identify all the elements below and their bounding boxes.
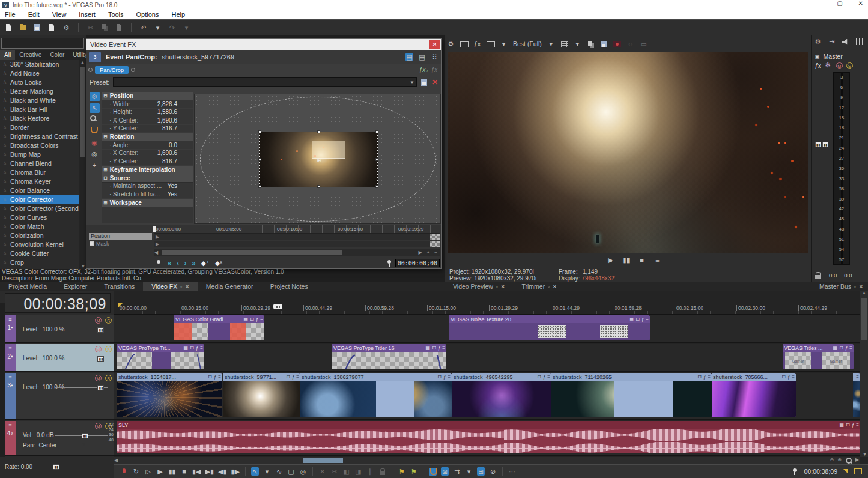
track-menu-icon[interactable]: ≡: [8, 374, 11, 380]
tab-explorer[interactable]: Explorer: [55, 282, 96, 291]
zoom-out-icon[interactable]: ⊖: [830, 457, 834, 464]
menu-view[interactable]: View: [52, 11, 67, 18]
solo-button[interactable]: S: [105, 346, 112, 352]
fx-icon[interactable]: ƒ: [845, 345, 848, 351]
next-frame-icon[interactable]: ▮▶: [231, 467, 240, 476]
mute-button[interactable]: M: [95, 423, 102, 429]
fx-item[interactable]: ☆Colorization: [0, 231, 79, 240]
fx-item[interactable]: ☆Convolution Kernel: [0, 240, 79, 249]
tab-trimmer[interactable]: Trimmer▫✕: [513, 282, 565, 291]
crop-icon[interactable]: ⊡: [208, 374, 212, 380]
preferences-icon[interactable]: ⚙: [62, 23, 70, 32]
redo-icon[interactable]: ↷: [168, 23, 176, 32]
clip-shutterstock_711420265[interactable]: shutterstock_711420265⊡ƒ≡: [551, 373, 712, 417]
clip-VEGAS Noise Texture 20[interactable]: VEGAS Noise Texture 20▦⊡ƒ≡: [449, 315, 650, 340]
icon-b-icon[interactable]: ▭: [640, 40, 648, 48]
zoom-edit-tool-icon[interactable]: ◎: [299, 467, 307, 476]
preset-dropdown[interactable]: ▼: [113, 77, 417, 87]
star-icon[interactable]: ☆: [2, 60, 7, 69]
tab-project-notes[interactable]: Project Notes: [262, 282, 317, 291]
ruler-tick[interactable]: 00:02:15:00: [675, 305, 703, 311]
generated-media-icon[interactable]: ▦: [184, 345, 189, 351]
clip-shutterstock_705666...[interactable]: shutterstock_705666...⊡ƒ≡: [712, 373, 796, 417]
star-icon[interactable]: ☆: [2, 69, 7, 78]
more-tools-icon[interactable]: ⋯: [508, 467, 516, 476]
fx-item[interactable]: ☆Channel Blend: [0, 159, 79, 168]
fx-item[interactable]: ☆Color Corrector (Secondary): [0, 204, 79, 213]
preview-quality-value[interactable]: Best (Full): [513, 40, 542, 47]
fx-icon[interactable]: ƒ: [852, 422, 854, 428]
ruler-tick[interactable]: 00:01:15:00: [427, 305, 456, 311]
close-tab-icon[interactable]: ✕: [859, 284, 863, 289]
event-menu-icon[interactable]: ≡: [442, 345, 445, 351]
crop-handle[interactable]: [375, 185, 378, 188]
menu-options[interactable]: Options: [136, 11, 159, 18]
close-button[interactable]: ✕: [858, 0, 863, 7]
maximize-button[interactable]: ▢: [837, 0, 842, 7]
new-project-icon[interactable]: [5, 23, 13, 31]
property-value[interactable]: 2,826.4: [157, 101, 177, 107]
layout-grid-icon[interactable]: ⠿: [431, 53, 439, 61]
fx-item[interactable]: ☆Crop: [0, 258, 79, 267]
trim-start-icon[interactable]: ◧: [342, 467, 350, 476]
crop-icon[interactable]: ⊡: [250, 316, 254, 322]
float-icon[interactable]: ▫: [548, 284, 550, 289]
normal-edit-tool-icon[interactable]: ↖: [251, 467, 259, 476]
fx-tab-color[interactable]: Color: [46, 50, 68, 60]
fx-tab-all[interactable]: All: [0, 50, 15, 60]
external-monitor-icon[interactable]: [460, 40, 468, 48]
previous-keyframe-button[interactable]: ‹: [177, 259, 179, 267]
fx-item[interactable]: ☆360° Stabilization: [0, 60, 79, 69]
master-fader-handles[interactable]: ▮▮▮▮: [815, 142, 828, 147]
param-value[interactable]: 0.0 dB: [37, 432, 54, 438]
insert-region-icon[interactable]: ⚑: [410, 467, 417, 476]
slider-handle[interactable]: ▮▮: [97, 327, 104, 333]
clip-shutterstock_496542295[interactable]: shutterstock_496542295⊡ƒ≡: [452, 373, 551, 417]
cut-icon[interactable]: ✂: [86, 23, 94, 32]
zoom-tool-icon[interactable]: [90, 115, 100, 124]
loop-playback-icon[interactable]: ↻: [132, 467, 140, 476]
slider-handle[interactable]: ▮▮: [82, 433, 88, 438]
crop-handle[interactable]: [375, 130, 378, 133]
envelope-edit-tool-icon[interactable]: ∿: [275, 467, 283, 476]
event-menu-icon[interactable]: ≡: [856, 422, 859, 428]
track-2-lane[interactable]: VEGAS ProType Tit...▦⊡ƒ≡VEGAS ProType Ti…: [114, 344, 860, 372]
previous-frame-icon[interactable]: ◀▮: [218, 467, 227, 476]
crop-icon[interactable]: ⊡: [839, 345, 843, 351]
ruler-tick[interactable]: 00:01:59:28: [613, 305, 642, 311]
timeline-v-scrollbar[interactable]: ▲▼: [860, 291, 868, 457]
insert-keyframe-button[interactable]: ◆⁺: [201, 259, 210, 267]
ruler-tick[interactable]: 00:00:44:29: [303, 305, 332, 311]
fx-item[interactable]: ☆Bump Map: [0, 150, 79, 159]
property-value[interactable]: 1,580.6: [157, 109, 177, 115]
float-icon[interactable]: ▫: [496, 284, 498, 289]
property-group-header[interactable]: ⊞Workspace: [102, 199, 193, 207]
fx-icon[interactable]: ƒ: [443, 374, 446, 380]
snap-tool-icon[interactable]: [90, 126, 100, 136]
master-gain-right[interactable]: 0.0: [844, 272, 852, 279]
event-menu-icon[interactable]: ≡: [708, 374, 711, 380]
mask-tool-icon[interactable]: ◉: [90, 138, 100, 147]
crop-icon[interactable]: ⊡: [846, 422, 850, 428]
tab-video-preview[interactable]: Video Preview▫✕: [445, 282, 513, 291]
redo-dropdown-icon[interactable]: ▾: [183, 23, 190, 32]
star-icon[interactable]: ☆: [2, 87, 7, 96]
expand-icon[interactable]: ⊞: [103, 200, 108, 205]
crop-icon[interactable]: ⊡: [697, 374, 702, 380]
kf-ruler[interactable]: 00:00:00:0000:00:05:0000:00:10:0000:00:1…: [154, 225, 440, 234]
rotation-point-icon[interactable]: ◎: [90, 149, 100, 159]
zoom-in-icon[interactable]: ⊕: [837, 457, 842, 464]
tab-video-fx[interactable]: Video FX▫✕: [143, 282, 198, 291]
float-icon[interactable]: ▫: [180, 284, 182, 289]
add-fx-icon[interactable]: ƒx₊: [419, 67, 429, 73]
fx-item[interactable]: ☆Bézier Masking: [0, 87, 79, 96]
track-3-lane[interactable]: shutterstock_1354817...⊡ƒ≡shutterstock_5…: [114, 373, 860, 420]
plugin-chain-icon[interactable]: [825, 62, 833, 70]
tab-master-bus[interactable]: Master Bus▫✕: [811, 282, 868, 291]
fx-item[interactable]: ☆Color Corrector: [0, 195, 79, 204]
fx-item[interactable]: ☆Color Balance: [0, 186, 79, 195]
slider-handle[interactable]: ▼: [80, 442, 87, 447]
playhead-handle[interactable]: [273, 304, 282, 309]
play-icon[interactable]: ▶: [156, 467, 164, 476]
overlay-grid-icon[interactable]: [560, 40, 568, 48]
